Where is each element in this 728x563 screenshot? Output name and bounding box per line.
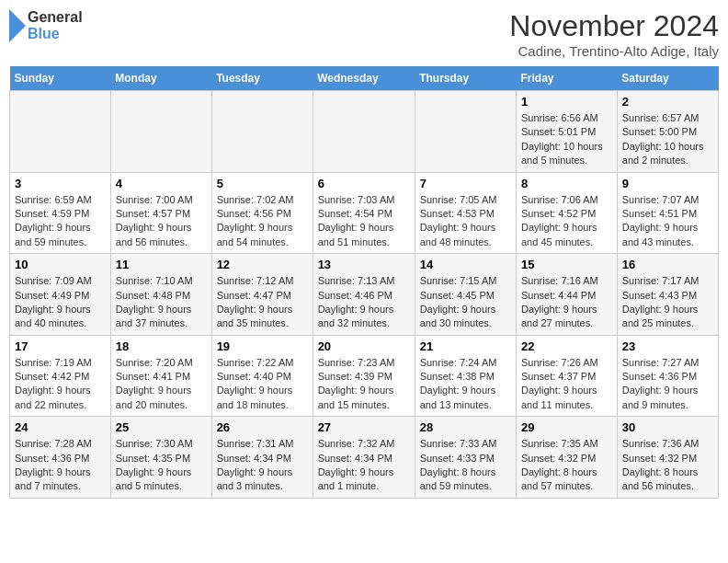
- day-info: Sunrise: 7:33 AM Sunset: 4:33 PM Dayligh…: [420, 437, 511, 494]
- day-header-tuesday: Tuesday: [211, 66, 313, 91]
- calendar-week-5: 24Sunrise: 7:28 AM Sunset: 4:36 PM Dayli…: [10, 417, 719, 499]
- calendar-cell: 22Sunrise: 7:26 AM Sunset: 4:37 PM Dayli…: [516, 335, 617, 417]
- calendar-cell: 30Sunrise: 7:36 AM Sunset: 4:32 PM Dayli…: [617, 417, 718, 499]
- calendar-table: SundayMondayTuesdayWednesdayThursdayFrid…: [9, 66, 719, 499]
- day-number: 9: [622, 177, 713, 190]
- day-number: 2: [622, 95, 713, 109]
- calendar-cell: 9Sunrise: 7:07 AM Sunset: 4:51 PM Daylig…: [617, 172, 718, 254]
- logo: General Blue: [9, 9, 83, 43]
- calendar-cell: 7Sunrise: 7:05 AM Sunset: 4:53 PM Daylig…: [415, 172, 516, 254]
- calendar-week-4: 17Sunrise: 7:19 AM Sunset: 4:42 PM Dayli…: [10, 335, 719, 417]
- day-header-thursday: Thursday: [415, 66, 516, 91]
- day-header-friday: Friday: [516, 66, 617, 91]
- day-info: Sunrise: 7:12 AM Sunset: 4:47 PM Dayligh…: [217, 274, 308, 331]
- calendar-cell: [10, 91, 111, 173]
- calendar-cell: 13Sunrise: 7:13 AM Sunset: 4:46 PM Dayli…: [313, 254, 415, 336]
- day-number: 24: [15, 420, 106, 434]
- calendar-cell: 11Sunrise: 7:10 AM Sunset: 4:48 PM Dayli…: [110, 254, 211, 336]
- calendar-cell: 17Sunrise: 7:19 AM Sunset: 4:42 PM Dayli…: [10, 335, 111, 417]
- calendar-cell: 4Sunrise: 7:00 AM Sunset: 4:57 PM Daylig…: [110, 172, 211, 254]
- day-info: Sunrise: 7:17 AM Sunset: 4:43 PM Dayligh…: [622, 274, 713, 331]
- calendar-cell: 27Sunrise: 7:32 AM Sunset: 4:34 PM Dayli…: [313, 417, 415, 499]
- day-header-wednesday: Wednesday: [313, 66, 415, 91]
- day-number: 8: [521, 177, 612, 190]
- day-number: 22: [521, 339, 612, 353]
- day-info: Sunrise: 7:31 AM Sunset: 4:34 PM Dayligh…: [217, 437, 308, 494]
- day-number: 18: [116, 339, 207, 353]
- day-info: Sunrise: 7:24 AM Sunset: 4:38 PM Dayligh…: [420, 356, 511, 413]
- calendar-cell: 8Sunrise: 7:06 AM Sunset: 4:52 PM Daylig…: [516, 172, 617, 254]
- calendar-cell: 24Sunrise: 7:28 AM Sunset: 4:36 PM Dayli…: [10, 417, 111, 499]
- calendar-cell: 18Sunrise: 7:20 AM Sunset: 4:41 PM Dayli…: [110, 335, 211, 417]
- day-number: 25: [116, 420, 207, 434]
- day-info: Sunrise: 7:20 AM Sunset: 4:41 PM Dayligh…: [116, 356, 207, 413]
- svg-marker-0: [9, 9, 26, 42]
- calendar-cell: 20Sunrise: 7:23 AM Sunset: 4:39 PM Dayli…: [313, 335, 415, 417]
- calendar-cell: 23Sunrise: 7:27 AM Sunset: 4:36 PM Dayli…: [617, 335, 718, 417]
- calendar-cell: 16Sunrise: 7:17 AM Sunset: 4:43 PM Dayli…: [617, 254, 718, 336]
- day-header-sunday: Sunday: [10, 66, 111, 91]
- calendar-cell: 26Sunrise: 7:31 AM Sunset: 4:34 PM Dayli…: [211, 417, 313, 499]
- day-number: 5: [217, 177, 308, 190]
- day-info: Sunrise: 7:19 AM Sunset: 4:42 PM Dayligh…: [15, 356, 106, 413]
- day-info: Sunrise: 7:32 AM Sunset: 4:34 PM Dayligh…: [318, 437, 410, 494]
- calendar-cell: 25Sunrise: 7:30 AM Sunset: 4:35 PM Dayli…: [110, 417, 211, 499]
- calendar-cell: 3Sunrise: 6:59 AM Sunset: 4:59 PM Daylig…: [10, 172, 111, 254]
- day-info: Sunrise: 7:28 AM Sunset: 4:36 PM Dayligh…: [15, 437, 106, 494]
- day-number: 16: [622, 258, 713, 271]
- day-number: 28: [420, 420, 511, 434]
- day-number: 23: [622, 339, 713, 353]
- calendar-cell: 19Sunrise: 7:22 AM Sunset: 4:40 PM Dayli…: [211, 335, 313, 417]
- calendar-cell: [313, 91, 415, 173]
- day-number: 10: [15, 258, 106, 271]
- logo-line1: General: [28, 9, 83, 26]
- day-info: Sunrise: 7:22 AM Sunset: 4:40 PM Dayligh…: [217, 356, 308, 413]
- calendar-cell: [211, 91, 313, 173]
- day-info: Sunrise: 7:02 AM Sunset: 4:56 PM Dayligh…: [217, 193, 308, 250]
- day-number: 13: [318, 258, 410, 271]
- day-info: Sunrise: 7:13 AM Sunset: 4:46 PM Dayligh…: [318, 274, 410, 331]
- day-number: 4: [116, 177, 207, 190]
- calendar-cell: [415, 91, 516, 173]
- day-info: Sunrise: 7:09 AM Sunset: 4:49 PM Dayligh…: [15, 274, 106, 331]
- calendar-cell: 6Sunrise: 7:03 AM Sunset: 4:54 PM Daylig…: [313, 172, 415, 254]
- day-number: 21: [420, 339, 511, 353]
- day-header-saturday: Saturday: [617, 66, 718, 91]
- calendar-cell: 29Sunrise: 7:35 AM Sunset: 4:32 PM Dayli…: [516, 417, 617, 499]
- day-number: 1: [521, 95, 612, 109]
- day-number: 27: [318, 420, 410, 434]
- day-number: 12: [217, 258, 308, 271]
- subtitle: Cadine, Trentino-Alto Adige, Italy: [509, 43, 719, 59]
- calendar-cell: 10Sunrise: 7:09 AM Sunset: 4:49 PM Dayli…: [10, 254, 111, 336]
- day-info: Sunrise: 6:59 AM Sunset: 4:59 PM Dayligh…: [15, 193, 106, 250]
- day-info: Sunrise: 6:57 AM Sunset: 5:00 PM Dayligh…: [622, 111, 713, 168]
- calendar-week-3: 10Sunrise: 7:09 AM Sunset: 4:49 PM Dayli…: [10, 254, 719, 336]
- day-number: 15: [521, 258, 612, 271]
- day-number: 17: [15, 339, 106, 353]
- day-info: Sunrise: 7:15 AM Sunset: 4:45 PM Dayligh…: [420, 274, 511, 331]
- day-number: 11: [116, 258, 207, 271]
- calendar-week-2: 3Sunrise: 6:59 AM Sunset: 4:59 PM Daylig…: [10, 172, 719, 254]
- month-title: November 2024: [509, 9, 719, 43]
- day-info: Sunrise: 7:27 AM Sunset: 4:36 PM Dayligh…: [622, 356, 713, 413]
- calendar-cell: 14Sunrise: 7:15 AM Sunset: 4:45 PM Dayli…: [415, 254, 516, 336]
- day-info: Sunrise: 7:26 AM Sunset: 4:37 PM Dayligh…: [521, 356, 612, 413]
- day-info: Sunrise: 7:35 AM Sunset: 4:32 PM Dayligh…: [521, 437, 612, 494]
- calendar-cell: 5Sunrise: 7:02 AM Sunset: 4:56 PM Daylig…: [211, 172, 313, 254]
- calendar-cell: 1Sunrise: 6:56 AM Sunset: 5:01 PM Daylig…: [516, 91, 617, 173]
- calendar-cell: [110, 91, 211, 173]
- day-number: 30: [622, 420, 713, 434]
- calendar-week-1: 1Sunrise: 6:56 AM Sunset: 5:01 PM Daylig…: [10, 91, 719, 173]
- day-info: Sunrise: 7:05 AM Sunset: 4:53 PM Dayligh…: [420, 193, 511, 250]
- day-info: Sunrise: 7:10 AM Sunset: 4:48 PM Dayligh…: [116, 274, 207, 331]
- day-number: 19: [217, 339, 308, 353]
- title-area: November 2024 Cadine, Trentino-Alto Adig…: [509, 9, 719, 59]
- logo-line2: Blue: [28, 26, 83, 42]
- day-number: 14: [420, 258, 511, 271]
- day-info: Sunrise: 6:56 AM Sunset: 5:01 PM Dayligh…: [521, 111, 612, 168]
- day-info: Sunrise: 7:07 AM Sunset: 4:51 PM Dayligh…: [622, 193, 713, 250]
- days-header-row: SundayMondayTuesdayWednesdayThursdayFrid…: [10, 66, 719, 91]
- logo-text: General Blue: [28, 9, 83, 43]
- day-info: Sunrise: 7:06 AM Sunset: 4:52 PM Dayligh…: [521, 193, 612, 250]
- day-info: Sunrise: 7:30 AM Sunset: 4:35 PM Dayligh…: [116, 437, 207, 494]
